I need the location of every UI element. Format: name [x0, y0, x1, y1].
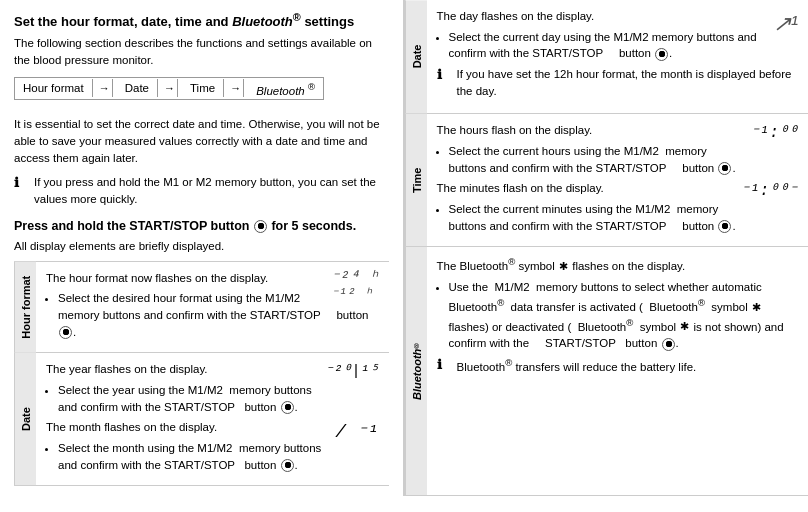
day-flashes: The day flashes on the display. — [437, 8, 798, 25]
breadcrumb-bluetooth: Bluetooth ® — [248, 78, 323, 100]
bluetooth-symbol-2: ✱ — [752, 300, 761, 316]
hour-format-tab: Hour format — [14, 262, 36, 353]
stop-icon: ⏺ — [59, 326, 72, 339]
stop-icon-month: ⏺ — [281, 459, 294, 472]
hour-format-content: ⁻²⁴ ʰ⁻¹² ʰ The hour format now flashes o… — [36, 262, 389, 353]
page-title: Set the hour format, date, time and Blue… — [14, 10, 389, 31]
list-item: Use the M1/M2 memory buttons to select w… — [449, 279, 798, 352]
list-item: Select the month using the M1/M2 mem­ory… — [58, 440, 379, 473]
essential-text: It is essential to set the correct date … — [14, 116, 389, 166]
stop-icon-hours: ⏺ — [718, 162, 731, 175]
hours-list: Select the current hours using the M1/M2… — [449, 143, 798, 176]
right-panel: Date ↗¹ The day flashes on the display. … — [405, 0, 808, 496]
year-flashes: ⁻²⁰|¹⁵ The year flashes on the display. — [46, 361, 379, 378]
intro-text: The following section describes the func… — [14, 35, 389, 68]
time-section: Time ⁻¹:⁰⁰ The hours flash on the displa… — [405, 114, 808, 247]
month-flashes: / ⁻¹ The month flashes on the display. — [46, 419, 379, 436]
list-item: Select the current hours using the M1/M2… — [449, 143, 798, 176]
bluetooth-content: The Bluetooth® symbol ✱ flashes on the d… — [427, 247, 808, 495]
breadcrumb-arrow-1: → — [97, 79, 113, 97]
hour-format-title: The hour format now flashes on the displ… — [46, 270, 379, 287]
time-content: ⁻¹:⁰⁰ The hours flash on the display. Se… — [427, 114, 808, 246]
info-text-quickset: If you press and hold the M1 or M2 memor… — [34, 174, 389, 207]
date-content-left: ⁻²⁰|¹⁵ The year flashes on the display. … — [36, 353, 389, 485]
time-tab: Time — [405, 114, 427, 246]
date-section-left: Date ⁻²⁰|¹⁵ The year flashes on the disp… — [14, 352, 389, 486]
bluetooth-tab: Bluetooth® — [405, 247, 427, 495]
breadcrumb-date: Date — [117, 79, 158, 97]
left-panel: Set the hour format, date, time and Blue… — [0, 0, 404, 496]
date-tab-left: Date — [14, 353, 36, 485]
stop-icon-minutes: ⏺ — [718, 220, 731, 233]
info-text-12h: If you have set the 12h hour format, the… — [457, 66, 798, 99]
bluetooth-symbol-flashes: The Bluetooth® symbol ✱ flashes on the d… — [437, 255, 798, 275]
bluetooth-section: Bluetooth® The Bluetooth® symbol ✱ flash… — [405, 247, 808, 496]
info-box-quickset: ℹ If you press and hold the M1 or M2 mem… — [14, 174, 389, 207]
info-icon-3: ℹ — [437, 356, 453, 375]
list-item: Select the current day using the M1/M2 m… — [449, 29, 798, 62]
hours-flashes: ⁻¹:⁰⁰ The hours flash on the display. — [437, 122, 798, 139]
date-content-right: ↗¹ The day flashes on the display. Selec… — [427, 0, 808, 113]
bluetooth-symbol: ✱ — [559, 259, 568, 275]
stop-icon-bt: ⏺ — [662, 338, 675, 351]
info-box-12h: ℹ If you have set the 12h hour format, t… — [437, 66, 798, 99]
breadcrumb-hour-format: Hour format — [15, 79, 93, 97]
breadcrumb-arrow-3: → — [228, 79, 244, 97]
press-subtext: All display elements are briefly display… — [14, 238, 389, 255]
main-container: Set the hour format, date, time and Blue… — [0, 0, 808, 496]
bluetooth-list: Use the M1/M2 memory buttons to select w… — [449, 279, 798, 352]
breadcrumb-arrow-2: → — [162, 79, 178, 97]
bluetooth-symbol-3: ✱ — [680, 319, 689, 335]
stop-icon-day: ⏺ — [655, 48, 668, 61]
hour-format-display: ⁻²⁴ ʰ⁻¹² ʰ — [330, 270, 378, 302]
press-heading: Press and hold the START/STOP button ⏺ f… — [14, 218, 389, 234]
info-icon-1: ℹ — [14, 174, 30, 193]
hour-format-section: Hour format ⁻²⁴ ʰ⁻¹² ʰ The hour format n… — [14, 261, 389, 353]
minutes-flashes: ⁻¹:⁰⁰⁻ The minutes flash on the display. — [437, 180, 798, 197]
date-section-right: Date ↗¹ The day flashes on the display. … — [405, 0, 808, 114]
breadcrumb-time: Time — [182, 79, 224, 97]
day-list: Select the current day using the M1/M2 m… — [449, 29, 798, 62]
info-icon-2: ℹ — [437, 66, 453, 85]
info-text-battery: Bluetooth® transfers will reduce the bat… — [457, 356, 697, 376]
breadcrumb: Hour format → Date → Time → Bluetooth ® — [14, 77, 324, 101]
stop-icon-year: ⏺ — [281, 401, 294, 414]
list-item: Select the year using the M1/M2 memo­ry … — [58, 382, 379, 415]
list-item: Select the current minutes using the M1/… — [449, 201, 798, 234]
info-box-battery: ℹ Bluetooth® transfers will reduce the b… — [437, 356, 798, 376]
minutes-list: Select the current minutes using the M1/… — [449, 201, 798, 234]
year-list: Select the year using the M1/M2 memo­ry … — [58, 382, 379, 415]
month-list: Select the month using the M1/M2 mem­ory… — [58, 440, 379, 473]
stop-button-icon: ⏺ — [254, 220, 267, 233]
date-tab-right: Date — [405, 0, 427, 113]
